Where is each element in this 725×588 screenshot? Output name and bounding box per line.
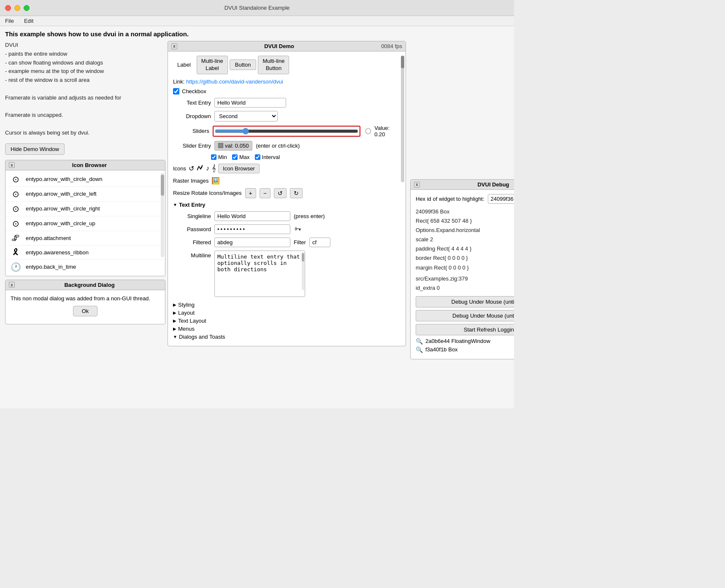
list-item: ⊙ entypo.arrow_with_circle_up [5,216,165,231]
dvui-debug-close[interactable]: x [414,182,420,188]
min-max-interval-row: Min Max Interval [173,154,400,160]
text-entry-section-header[interactable]: ▼ Text Entry [173,202,400,208]
menu-edit[interactable]: Edit [22,17,35,25]
password-input[interactable] [214,224,290,234]
text-layout-section[interactable]: ▶ Text Layout [173,318,400,324]
demo-panel-scrollbar-thumb[interactable] [401,56,404,68]
debug-line-6: border Rect{ 0 0 0 0 } [416,254,514,263]
min-checkbox[interactable] [211,154,216,160]
section-triangle: ▼ [173,202,177,207]
dvui-demo-header: x DVUI Demo 0084 fps [168,41,406,51]
hex-id-input[interactable] [488,194,514,204]
background-dialog-text: This non modal dialog was added from a n… [11,294,160,303]
slider-value-label: Value: 0.20 [374,125,400,138]
debug-line-4: scale 2 [416,235,514,244]
description-text: DVUI - paints the entire window - can sh… [5,41,165,138]
tab-multi-line-label[interactable]: Multi-lineLabel [197,56,228,74]
list-item: ⊙ entypo.arrow_with_circle_left [5,187,165,202]
list-item: 🎗 entypo.awareness_ribbon [5,245,165,260]
icon-name: entypo.attachment [26,235,71,241]
layout-section[interactable]: ▶ Layout [173,310,400,316]
interval-checkbox[interactable] [255,154,260,160]
icon-browser-button[interactable]: Icon Browser [218,164,260,173]
multiline-textarea[interactable]: Multiline text entry that optionally scr… [214,251,305,297]
styling-section[interactable]: ▶ Styling [173,302,400,308]
icon-name: entypo.awareness_ribbon [26,249,89,256]
menus-triangle: ▶ [173,326,176,331]
background-dialog-header: x Background Dialog [5,280,165,290]
checkbox-input[interactable] [173,88,179,94]
eye-off-icon[interactable]: 🗝 [294,224,302,234]
multiline-scrollbar-track[interactable] [302,252,304,290]
layout-triangle: ▶ [173,310,176,315]
minimize-button[interactable] [14,5,20,11]
dropdown-select[interactable]: First Second Third [214,111,278,121]
text-layout-label: Text Layout [178,318,206,324]
menus-section[interactable]: ▶ Menus [173,326,400,332]
window-controls[interactable] [5,5,30,11]
checkbox-row: Checkbox [173,88,400,94]
menu-file[interactable]: File [3,17,16,25]
main-content: This example shows how to use dvui in a … [0,26,514,408]
debug-line-7: margin Rect{ 0 0 0 0 } [416,263,514,272]
maximize-button[interactable] [24,5,30,11]
interval-check-item: Interval [255,154,280,160]
multiline-scrollbar-thumb[interactable] [302,253,304,262]
debug-under-mouse-click-button[interactable]: Debug Under Mouse (until click) [416,296,514,307]
max-check-item: Max [232,154,250,160]
icon-browser-scrollbar-track[interactable] [161,173,164,257]
min-check-item: Min [211,154,227,160]
icons-label: Icons [173,165,186,172]
icon-browser-scrollbar-thumb[interactable] [161,175,164,196]
icon-browser-panel: x Icon Browser ⊙ entypo.arrow_with_circl… [5,160,165,276]
sliders-row: Sliders Value: 0.20 [173,125,400,138]
tab-label[interactable]: Label [173,60,195,70]
checkbox-label: Checkbox [182,88,206,94]
debug-line-8: src/Examples.zig:379 [416,274,514,283]
search-icon-1: 🔍 [416,338,423,345]
back-in-time-icon: 🕐 [10,262,22,272]
rotate-ccw-button[interactable]: ↻ [290,188,303,198]
minus-button[interactable]: − [260,188,271,198]
debug-line-3: Options.Expand.horizontal [416,226,514,235]
background-dialog-close[interactable]: x [9,282,15,288]
singleline-input[interactable] [214,211,290,221]
max-checkbox[interactable] [232,154,238,160]
dialogs-section[interactable]: ▼ Dialogs and Toasts [173,334,400,340]
start-refresh-logging-button[interactable]: Start Refresh Logging [416,324,514,335]
dvui-demo-close[interactable]: x [171,43,177,49]
multiline-label: Multiline [173,251,211,259]
tab-button[interactable]: Button [230,59,257,70]
tabs-row: Label Multi-lineLabel Button Multi-lineB… [173,56,400,74]
raster-images-row: Raster Images 🖼️ [173,177,400,185]
link-url[interactable]: https://github.com/david-vanderson/dvui [186,78,283,85]
plus-button[interactable]: + [245,188,256,198]
debug-search-label-2: f3a40f1b Box [425,346,458,353]
icon-browser-close[interactable]: x [9,162,15,168]
icon-name: entypo.arrow_with_circle_up [26,220,95,227]
description-area: DVUI - paints the entire window - can sh… [5,41,165,324]
debug-info: 24099f36 Box Rect{ 658 432 507 48 } Opti… [416,207,514,293]
singleline-hint: (press enter) [294,213,325,219]
text-entry-input[interactable] [214,98,286,108]
rotate-cw-button[interactable]: ↺ [274,188,287,198]
ok-button[interactable]: Ok [73,306,98,316]
dropdown-row: Dropdown First Second Third [173,111,400,121]
interval-label: Interval [262,154,280,160]
title-bar: DVUI Standalone Example [0,0,514,16]
close-button[interactable] [5,5,11,11]
link-label: Link: [173,78,186,85]
debug-under-mouse-esc-button[interactable]: Debug Under Mouse (until esc) [416,310,514,321]
icon-name: entypo.arrow_with_circle_down [26,176,102,182]
debug-line-1: 24099f36 Box [416,207,514,216]
filtered-input[interactable] [214,237,290,247]
slider-entry-val-box[interactable]: val: 0.050 [214,141,252,151]
tab-multi-line-button[interactable]: Multi-lineButton [258,56,289,74]
raster-images-label: Raster Images [173,178,209,184]
demo-panel-scrollbar-track[interactable] [401,56,404,182]
debug-search-label-1: 2a0b6e44 FloatingWindow [425,338,490,344]
slider-circle [365,128,371,134]
filter-value-input[interactable] [309,237,330,247]
slider-input[interactable] [215,128,358,135]
hide-demo-button[interactable]: Hide Demo Window [5,143,65,155]
